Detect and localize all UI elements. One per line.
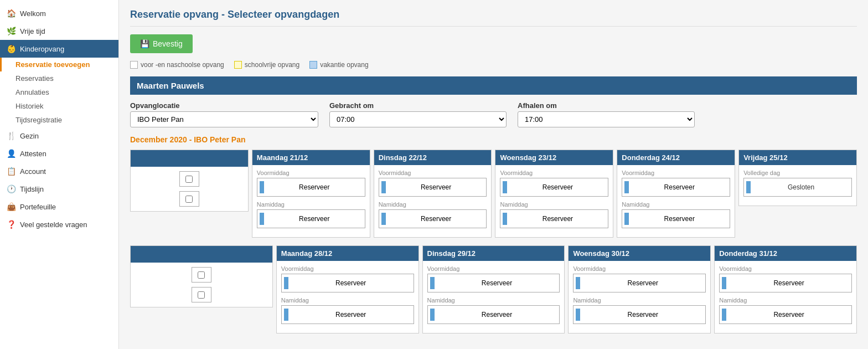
day-maandag-28-body: Voormiddag Reserveer Namiddag Reserveer bbox=[277, 261, 418, 333]
day-donderdag-24: Donderdag 24/12 Voormiddag Reserveer Nam… bbox=[617, 150, 735, 238]
sidebar-item-account[interactable]: 📋 Account bbox=[0, 162, 118, 180]
dinsdag-22-namiddag-label: Namiddag bbox=[379, 201, 487, 208]
reserveer-donderdag-31-voormiddag[interactable]: Reserveer bbox=[719, 274, 852, 292]
week1-checkbox-body bbox=[131, 167, 248, 211]
sidebar-sub-reservaties[interactable]: Reservaties bbox=[0, 71, 118, 85]
clock-icon: 🕐 bbox=[7, 184, 16, 193]
reserveer-donderdag-31-namiddag[interactable]: Reserveer bbox=[719, 305, 852, 324]
legend: voor -en naschoolse opvang schoolvrije o… bbox=[130, 61, 857, 69]
week1-grid: Maandag 21/12 Voormiddag Reserveer Namid… bbox=[130, 150, 857, 238]
reserveer-woensdag-23-namiddag[interactable]: Reserveer bbox=[500, 209, 608, 228]
blue-bar bbox=[746, 181, 751, 193]
reserveer-donderdag-24-namiddag[interactable]: Reserveer bbox=[622, 209, 730, 228]
blue-bar bbox=[381, 181, 386, 193]
afhalen-label: Afhalen om bbox=[518, 101, 695, 110]
vrijdag-25-volledig-label: Volledige dag bbox=[743, 170, 852, 176]
week1-checkbox-header bbox=[131, 150, 248, 167]
reserveer-dinsdag-29-voormiddag[interactable]: Reserveer bbox=[427, 274, 560, 292]
reserveer-woensdag-30-voormiddag[interactable]: Reserveer bbox=[573, 274, 706, 292]
reserveer-label: Reserveer bbox=[266, 215, 363, 223]
woensdag-30-voormiddag-label: Voormiddag bbox=[573, 265, 706, 272]
legend-swatch-yellow bbox=[234, 61, 242, 69]
week1-checkbox-2[interactable] bbox=[185, 196, 193, 203]
reserveer-dinsdag-22-namiddag[interactable]: Reserveer bbox=[379, 209, 487, 228]
day-donderdag-31-header: Donderdag 31/12 bbox=[715, 246, 856, 261]
blue-bar bbox=[624, 213, 629, 225]
day-vrijdag-25: Vrijdag 25/12 Volledige dag Gesloten bbox=[738, 150, 857, 206]
sidebar: 🏠 Welkom 🌿 Vrije tijd 👶 Kinderopvang Res… bbox=[0, 0, 119, 349]
gebracht-select[interactable]: 07:00 bbox=[329, 111, 507, 127]
reserveer-donderdag-24-voormiddag[interactable]: Reserveer bbox=[622, 178, 730, 197]
blue-bar bbox=[576, 277, 580, 289]
sidebar-item-kinderopvang[interactable]: 👶 Kinderopvang bbox=[0, 40, 118, 58]
sidebar-item-portefeuille[interactable]: 👜 Portefeuille bbox=[0, 198, 118, 215]
legend-swatch-blue bbox=[309, 61, 317, 69]
blue-bar bbox=[381, 213, 386, 225]
reserveer-maandag-28-voormiddag[interactable]: Reserveer bbox=[281, 274, 414, 292]
reserveer-maandag-21-namiddag[interactable]: Reserveer bbox=[257, 209, 365, 228]
page-title: Reservatie opvang - Selecteer opvangdage… bbox=[130, 9, 857, 27]
donderdag-24-namiddag-label: Namiddag bbox=[622, 201, 730, 208]
donderdag-24-voormiddag-label: Voormiddag bbox=[622, 170, 730, 176]
day-dinsdag-29: Dinsdag 29/12 Voormiddag Reserveer Namid… bbox=[422, 245, 565, 333]
day-maandag-21-header: Maandag 21/12 bbox=[252, 150, 370, 165]
sidebar-sub-annulaties[interactable]: Annulaties bbox=[0, 85, 118, 99]
sidebar-item-tijdslijn[interactable]: 🕐 Tijdslijn bbox=[0, 180, 118, 198]
week1-check-2[interactable] bbox=[179, 191, 199, 207]
bevestig-button[interactable]: 💾 Bevestig bbox=[130, 34, 193, 53]
reserveer-dinsdag-29-namiddag[interactable]: Reserveer bbox=[427, 305, 560, 324]
reserveer-dinsdag-22-voormiddag[interactable]: Reserveer bbox=[379, 178, 487, 197]
day-donderdag-24-body: Voormiddag Reserveer Namiddag Reserveer bbox=[617, 165, 735, 237]
day-dinsdag-22-header: Dinsdag 22/12 bbox=[374, 150, 492, 165]
maandag-28-voormiddag-label: Voormiddag bbox=[281, 265, 414, 272]
day-woensdag-30-body: Voormiddag Reserveer Namiddag Reserveer bbox=[569, 261, 710, 333]
sidebar-item-faq[interactable]: ❓ Veel gestelde vragen bbox=[0, 215, 118, 233]
week1-checkbox-col bbox=[130, 150, 249, 212]
question-icon: ❓ bbox=[7, 220, 16, 229]
maandag-21-voormiddag-label: Voormiddag bbox=[257, 170, 365, 176]
gebracht-group: Gebracht om 07:00 bbox=[329, 101, 507, 127]
week2-check-1[interactable] bbox=[192, 267, 211, 283]
day-woensdag-30: Woensdag 30/12 Voormiddag Reserveer Nami… bbox=[568, 245, 711, 333]
woensdag-23-voormiddag-label: Voormiddag bbox=[500, 170, 608, 176]
donderdag-31-namiddag-label: Namiddag bbox=[719, 297, 852, 304]
sidebar-item-gezin[interactable]: 🍴 Gezin bbox=[0, 127, 118, 145]
sidebar-sub-reservatie-toevoegen[interactable]: Reservatie toevoegen bbox=[0, 58, 118, 71]
blue-bar bbox=[624, 181, 629, 193]
sidebar-item-welkom[interactable]: 🏠 Welkom bbox=[0, 4, 118, 22]
main-content: Reservatie opvang - Selecteer opvangdage… bbox=[119, 0, 868, 349]
maandag-28-namiddag-label: Namiddag bbox=[281, 297, 414, 304]
week1-checkbox-1[interactable] bbox=[185, 176, 193, 183]
reserveer-woensdag-30-namiddag[interactable]: Reserveer bbox=[573, 305, 706, 324]
blue-bar bbox=[722, 309, 726, 321]
day-vrijdag-25-header: Vrijdag 25/12 bbox=[739, 150, 856, 165]
reserveer-label: Reserveer bbox=[728, 279, 849, 287]
family-icon: 🍴 bbox=[7, 131, 16, 140]
reserveer-maandag-28-namiddag[interactable]: Reserveer bbox=[281, 305, 414, 324]
blue-bar bbox=[260, 213, 264, 225]
sidebar-sub-historiek[interactable]: Historiek bbox=[0, 99, 118, 113]
week2-checkbox-1[interactable] bbox=[198, 271, 205, 279]
reserveer-label: Reserveer bbox=[266, 183, 363, 191]
afhalen-select[interactable]: 17:00 bbox=[518, 111, 695, 127]
sidebar-item-vrije-tijd[interactable]: 🌿 Vrije tijd bbox=[0, 22, 118, 40]
sidebar-sub-tijdsregistratie[interactable]: Tijdsregistratie bbox=[0, 113, 118, 127]
blue-bar bbox=[503, 213, 507, 225]
week1-check-1[interactable] bbox=[179, 171, 199, 187]
day-dinsdag-29-body: Voormiddag Reserveer Namiddag Reserveer bbox=[423, 261, 565, 333]
reserveer-label: Reserveer bbox=[509, 183, 606, 191]
week2-check-2[interactable] bbox=[192, 287, 211, 302]
blue-bar bbox=[260, 181, 264, 193]
day-dinsdag-29-header: Dinsdag 29/12 bbox=[423, 246, 565, 261]
reserveer-woensdag-23-voormiddag[interactable]: Reserveer bbox=[500, 178, 608, 197]
day-donderdag-31-body: Voormiddag Reserveer Namiddag Reserveer bbox=[715, 261, 856, 333]
reserveer-label: Reserveer bbox=[291, 279, 411, 287]
opvanglocatie-select[interactable]: IBO Peter Pan bbox=[130, 111, 318, 127]
reserveer-maandag-21-voormiddag[interactable]: Reserveer bbox=[257, 178, 365, 197]
blue-bar bbox=[576, 309, 580, 321]
reserveer-label: Reserveer bbox=[509, 215, 606, 223]
blue-bar bbox=[722, 277, 726, 289]
week2-checkbox-2[interactable] bbox=[198, 291, 205, 299]
sidebar-item-attesten[interactable]: 👤 Attesten bbox=[0, 145, 118, 162]
reserveer-label: Reserveer bbox=[582, 311, 703, 319]
